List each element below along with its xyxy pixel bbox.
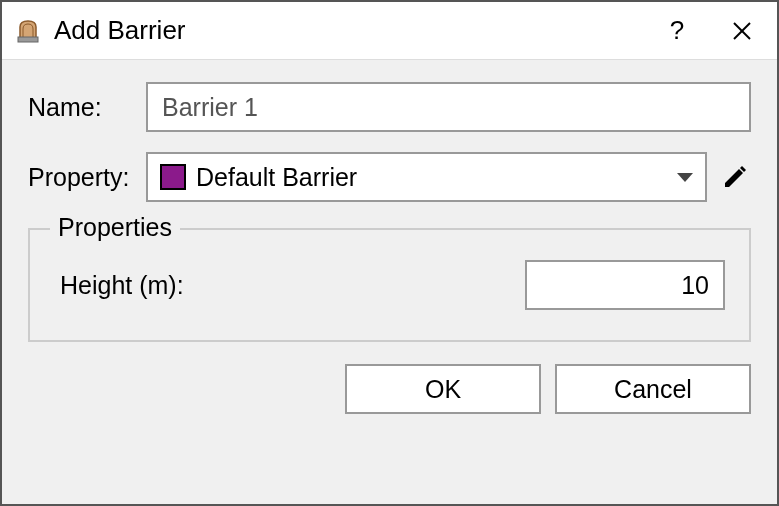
pencil-icon	[722, 164, 748, 190]
properties-legend: Properties	[50, 213, 180, 242]
button-row: OK Cancel	[28, 364, 751, 414]
titlebar: Add Barrier ?	[2, 2, 777, 60]
property-label: Property:	[28, 163, 146, 192]
edit-property-button[interactable]	[719, 161, 751, 193]
property-color-swatch	[160, 164, 186, 190]
dialog-title: Add Barrier	[54, 15, 647, 46]
name-input[interactable]	[146, 82, 751, 132]
name-label: Name:	[28, 93, 146, 122]
dialog-content: Name: Property: Default Barrier Properti…	[2, 60, 777, 504]
cancel-button[interactable]: Cancel	[555, 364, 751, 414]
close-button[interactable]	[707, 2, 777, 60]
height-input[interactable]	[525, 260, 725, 310]
properties-fieldset: Properties Height (m):	[28, 228, 751, 342]
ok-button[interactable]: OK	[345, 364, 541, 414]
property-combo-wrapper: Default Barrier	[146, 152, 751, 202]
help-button[interactable]: ?	[647, 2, 707, 60]
chevron-down-icon	[677, 173, 693, 182]
property-row: Property: Default Barrier	[28, 152, 751, 202]
svg-rect-0	[18, 37, 38, 42]
property-combo-text: Default Barrier	[196, 163, 677, 192]
dialog-window: Add Barrier ? Name: Property: Default Ba…	[0, 0, 779, 506]
app-icon	[12, 15, 44, 47]
height-row: Height (m):	[54, 260, 725, 310]
name-row: Name:	[28, 82, 751, 132]
height-label: Height (m):	[54, 271, 525, 300]
close-icon	[732, 21, 752, 41]
property-combo[interactable]: Default Barrier	[146, 152, 707, 202]
